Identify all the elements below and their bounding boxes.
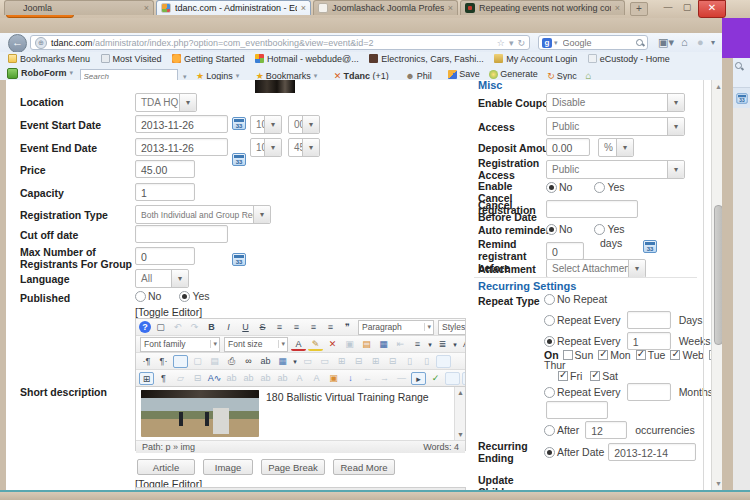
after-occurrences-radio[interactable] <box>544 425 555 436</box>
end-minute-select[interactable]: 45 <box>288 138 320 157</box>
max-registrants-input[interactable]: 0 <box>135 247 195 265</box>
visual-aid-icon[interactable] <box>462 372 465 385</box>
read-more-button[interactable]: Read More <box>333 459 395 475</box>
ins-icon[interactable]: ab <box>275 372 290 385</box>
table-row-icon[interactable] <box>300 355 315 368</box>
maximize-button[interactable] <box>679 2 695 14</box>
redo-icon[interactable] <box>187 321 202 334</box>
editor-content-area[interactable]: 180 Ballistic Virtual Training Range <box>136 387 465 440</box>
after-date-radio[interactable] <box>544 447 555 458</box>
minimize-button[interactable] <box>660 2 676 14</box>
remind-before-input[interactable]: 0 <box>546 242 584 260</box>
start-date-input[interactable]: 2013-11-26 <box>135 115 228 133</box>
reload-icon[interactable] <box>517 38 525 48</box>
highlight-color-icon[interactable] <box>308 338 323 351</box>
new-tab-button[interactable]: + <box>630 2 648 16</box>
downloads-button[interactable] <box>697 36 704 49</box>
attributes-icon[interactable]: A <box>309 372 324 385</box>
mon-checkbox[interactable] <box>598 350 608 360</box>
cancel-no-radio[interactable] <box>546 182 557 193</box>
calendar-icon[interactable] <box>232 253 246 266</box>
registration-type-select[interactable]: Both Individual and Group Registration <box>135 205 271 224</box>
paste-word-icon[interactable] <box>376 338 391 351</box>
end-date-input[interactable]: 2013-11-26 <box>135 138 228 156</box>
insert-col-icon[interactable] <box>402 355 417 368</box>
price-input[interactable]: 45.00 <box>135 160 195 178</box>
move-right-icon[interactable] <box>377 372 392 385</box>
delete-col-icon[interactable] <box>419 355 434 368</box>
bold-icon[interactable]: B <box>204 321 219 334</box>
cutoff-date-input[interactable] <box>135 225 228 243</box>
tab-repeating-events[interactable]: Repeating events not working correctly <box>460 0 625 15</box>
tab-tdanc-admin[interactable]: tdanc.com - Administration - Edit Eve... <box>156 0 311 15</box>
google-icon[interactable]: g <box>542 38 552 48</box>
print-icon[interactable] <box>224 355 239 368</box>
find-replace-icon[interactable]: ab <box>258 355 273 368</box>
page-break-icon[interactable] <box>190 372 205 385</box>
end-hour-select[interactable]: 10 <box>250 138 282 157</box>
toolbar-overflow-icon[interactable] <box>711 36 715 49</box>
rtl-icon[interactable] <box>156 355 171 368</box>
search-bar[interactable]: g <box>538 35 648 50</box>
delete-row-icon[interactable] <box>385 355 400 368</box>
preview-icon[interactable] <box>190 355 205 368</box>
print-preview-icon[interactable] <box>207 355 222 368</box>
reminder-yes-radio[interactable] <box>594 224 605 235</box>
calendar-icon[interactable] <box>643 240 657 253</box>
calendar-icon[interactable] <box>232 153 246 166</box>
reminder-no-radio[interactable] <box>546 224 557 235</box>
url-bar[interactable]: tdanc.com /administrator/index.php?optio… <box>30 35 530 50</box>
repeat-weeks-input[interactable]: 1 <box>627 332 671 350</box>
align-right-icon[interactable] <box>306 321 321 334</box>
close-button[interactable] <box>698 0 726 18</box>
copy-icon[interactable] <box>342 338 357 351</box>
repeat-months-input[interactable] <box>627 383 671 401</box>
show-blocks-icon[interactable] <box>445 372 460 385</box>
fullscreen-icon[interactable] <box>173 355 188 368</box>
page-break-button[interactable]: Page Break <box>261 459 325 475</box>
paragraph-format-select[interactable]: Paragraph <box>358 320 434 335</box>
table-col-icon[interactable] <box>317 355 332 368</box>
tab-joomla[interactable]: Joomla <box>4 0 154 15</box>
home-icon[interactable] <box>585 70 591 81</box>
training-range-image[interactable] <box>141 390 259 437</box>
spellcheck-icon[interactable] <box>428 372 443 385</box>
merge-cells-icon[interactable] <box>334 355 349 368</box>
chevron-down-icon[interactable] <box>183 73 187 80</box>
help-icon[interactable]: ? <box>139 321 151 333</box>
table-icon[interactable] <box>139 372 154 385</box>
chevron-down-icon[interactable] <box>292 355 298 368</box>
subscript-icon[interactable]: A₁ <box>460 338 465 351</box>
media-icon[interactable] <box>411 372 426 385</box>
insert-row-icon[interactable] <box>368 355 383 368</box>
occurrences-input[interactable]: 12 <box>585 421 627 439</box>
bookmark-electronics[interactable]: Electronics, Cars, Fashi... <box>369 52 484 65</box>
scroll-down-icon[interactable] <box>456 430 465 439</box>
abbreviation-icon[interactable]: ab <box>224 372 239 385</box>
location-select[interactable]: TDA HQ <box>135 93 197 112</box>
italic-icon[interactable]: I <box>221 321 236 334</box>
nonbreaking-icon[interactable] <box>394 372 409 385</box>
outdent-icon[interactable] <box>393 338 408 351</box>
chevron-down-icon[interactable] <box>452 338 458 351</box>
blockquote-icon[interactable] <box>340 321 355 334</box>
text-color-icon[interactable]: A <box>291 338 306 351</box>
font-family-select[interactable]: Font family <box>140 337 220 352</box>
access-select[interactable]: Public <box>546 117 685 136</box>
bookmark-menu-folder[interactable]: Bookmarks Menu <box>8 52 90 65</box>
web-checkbox[interactable] <box>670 350 680 360</box>
published-no-radio[interactable] <box>135 291 146 302</box>
attachment-select[interactable]: Select Attachment <box>546 259 646 278</box>
repeat-days-input[interactable] <box>627 311 671 329</box>
start-hour-select[interactable]: 10 <box>250 115 282 134</box>
months-days-input[interactable] <box>546 401 608 419</box>
folder-icon[interactable] <box>326 372 341 385</box>
del-icon[interactable]: ab <box>258 372 273 385</box>
registration-access-select[interactable]: Public <box>546 160 685 179</box>
underline-icon[interactable]: U <box>238 321 253 334</box>
paste-icon[interactable] <box>359 338 374 351</box>
bookmark-ecustody[interactable]: eCustody - Home <box>588 52 670 65</box>
start-minute-select[interactable]: 00 <box>288 115 320 134</box>
roboform-save[interactable]: Save <box>448 67 480 81</box>
url-dropdown-icon[interactable] <box>509 38 514 48</box>
